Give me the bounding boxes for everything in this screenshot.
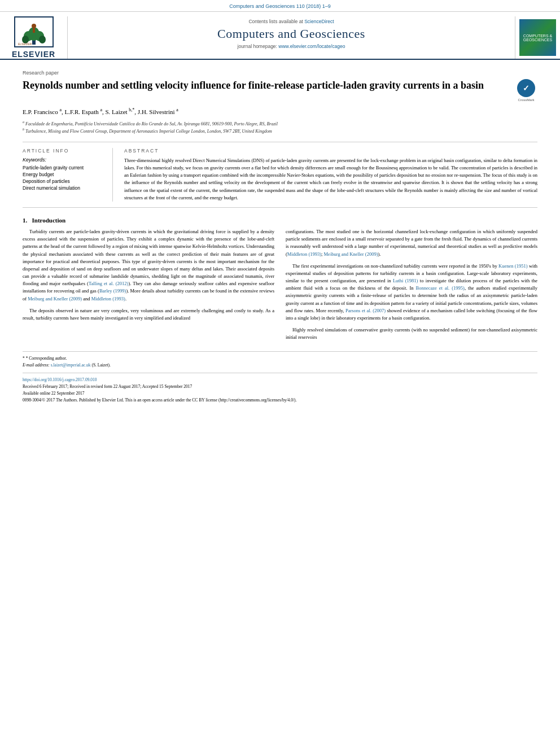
affiliation-a: a Faculdade de Engenharia, Pontifícia Un…	[23, 120, 537, 128]
svg-text:ELSEVIER: ELSEVIER	[18, 42, 32, 46]
intro-para-1: Turbidity currents are particle-laden gr…	[23, 228, 274, 303]
kuenen-ref[interactable]: Kuenen (1951)	[498, 263, 527, 269]
crossmark-icon: ✓	[517, 79, 535, 97]
bonnecaze-ref[interactable]: Bonnecaze et al. (1995)	[416, 285, 465, 291]
doi-link[interactable]: https://doi.org/10.1016/j.cageo.2017.09.…	[23, 377, 97, 382]
contents-line: Contents lists available at ScienceDirec…	[73, 19, 509, 24]
abstract-text: Three-dimensional highly resolved Direct…	[124, 157, 537, 202]
journal-name: Computers and Geosciences	[73, 27, 509, 41]
middleton-1993-ref[interactable]: Middleton (1993)	[91, 296, 125, 302]
talling-ref[interactable]: Talling et al. (2012)	[89, 281, 128, 286]
intro-columns: Turbidity currents are particle-laden gr…	[23, 228, 537, 346]
footnote-corresponding: * * Corresponding author.	[23, 355, 537, 361]
elsevier-wordmark: ELSEVIER	[12, 50, 55, 59]
crossmark-label: CrossMark	[518, 98, 534, 102]
homepage-label: journal homepage:	[238, 43, 277, 49]
article-info-heading: ARTICLE INFO	[23, 148, 104, 154]
svg-rect-7	[33, 28, 35, 33]
intro-title: Introduction	[32, 217, 66, 224]
affiliations: a Faculdade de Engenharia, Pontifícia Un…	[23, 120, 537, 135]
intro-number: 1.	[23, 217, 27, 224]
footnote-email-link[interactable]: s.laizet@imperial.ac.uk	[51, 362, 91, 368]
article-info-column: ARTICLE INFO Keywords: Particle-laden gr…	[23, 148, 113, 202]
keywords-label: Keywords:	[23, 157, 104, 163]
article-info-abstract-section: ARTICLE INFO Keywords: Particle-laden gr…	[23, 148, 537, 202]
intro-para-4: The first experimental investigations on…	[286, 263, 537, 322]
footnote-email-person: (S. Laizet).	[91, 362, 111, 368]
article-title: Reynolds number and settling velocity in…	[23, 79, 509, 92]
keyword-1: Particle-laden gravity current	[23, 165, 104, 171]
abstract-column: ABSTRACT Three-dimensional highly resolv…	[124, 148, 537, 202]
contents-text: Contents lists available at	[248, 19, 303, 24]
keyword-4: Direct numerical simulation	[23, 185, 104, 191]
parsons-ref[interactable]: Parsons et al. (2007)	[345, 308, 386, 313]
journal-homepage-line: journal homepage: www.elsevier.com/locat…	[73, 43, 509, 49]
journal-header: ELSEVIER ELSEVIER Contents lists availab…	[0, 12, 560, 60]
science-direct-link[interactable]: ScienceDirect	[304, 19, 334, 24]
keyword-3: Deposition of particles	[23, 178, 104, 184]
introduction-section: 1. Introduction Turbidity currents are p…	[23, 217, 537, 346]
main-content: Research paper Reynolds number and settl…	[0, 60, 560, 415]
intro-para-3: configurations. The most studied one is …	[286, 228, 537, 258]
footnote-section: * * Corresponding author. E-mail address…	[23, 351, 537, 368]
svg-point-5	[39, 36, 46, 43]
copyright-line: 0098-3004/© 2017 The Authors. Published …	[23, 397, 537, 404]
journal-logo-section: COMPUTERS & GEOSCIENCES	[515, 16, 560, 59]
article-type-label: Research paper	[23, 70, 537, 76]
barley-ref[interactable]: Barley (1999)	[99, 288, 126, 294]
abstract-heading: ABSTRACT	[124, 148, 537, 154]
doi-section: https://doi.org/10.1016/j.cageo.2017.09.…	[23, 373, 537, 404]
elsevier-tree-logo: ELSEVIER	[14, 16, 54, 47]
crossmark-section: ✓ CrossMark	[515, 79, 537, 102]
meiburg-ref[interactable]: Meiburg and Kneller (2009)	[28, 296, 82, 302]
footnote-email-label: E-mail address:	[23, 362, 50, 368]
doi-link-line: https://doi.org/10.1016/j.cageo.2017.09.…	[23, 377, 537, 383]
available-line: Available online 22 September 2017	[23, 390, 537, 397]
homepage-url[interactable]: www.elsevier.com/locate/cageo	[278, 43, 345, 49]
elsevier-logo-section: ELSEVIER ELSEVIER	[0, 16, 68, 59]
svg-point-6	[32, 24, 36, 28]
journal-title-section: Contents lists available at ScienceDirec…	[68, 16, 515, 59]
keyword-2: Energy budget	[23, 172, 104, 177]
intro-heading: 1. Introduction	[23, 217, 537, 224]
meiburg-ref2[interactable]: Meiburg and Kneller (2009)	[324, 251, 378, 257]
footnote-corresponding-label: * Corresponding author.	[26, 356, 67, 361]
article-title-row: Reynolds number and settling velocity in…	[23, 79, 537, 102]
footnote-email-line: E-mail address: s.laizet@imperial.ac.uk …	[23, 362, 537, 368]
received-line: Received 6 February 2017; Received in re…	[23, 383, 537, 390]
authors-line: E.P. Francisco a, L.F.R. Espath a, S. La…	[23, 107, 537, 115]
journal-cover-image: COMPUTERS & GEOSCIENCES	[519, 19, 556, 56]
journal-cover-text: COMPUTERS & GEOSCIENCES	[522, 34, 554, 42]
journal-reference-bar: Computers and Geosciences 110 (2018) 1–9	[0, 0, 560, 12]
intro-right-column: configurations. The most studied one is …	[286, 228, 537, 346]
intro-para-2: The deposits observed in nature are very…	[23, 307, 274, 322]
divider-1	[23, 142, 537, 142]
intro-para-5: Highly resolved simulations of conservat…	[286, 326, 537, 341]
journal-ref-link[interactable]: Computers and Geosciences 110 (2018) 1–9	[229, 3, 331, 9]
middleton-ref2[interactable]: Middleton (1993)	[287, 251, 321, 257]
affiliation-b: b Turbulence, Mixing and Flow Control Gr…	[23, 127, 537, 135]
intro-left-column: Turbidity currents are particle-laden gr…	[23, 228, 274, 346]
divider-2	[23, 207, 537, 208]
luthi-ref[interactable]: Luthi (1981)	[393, 278, 418, 283]
